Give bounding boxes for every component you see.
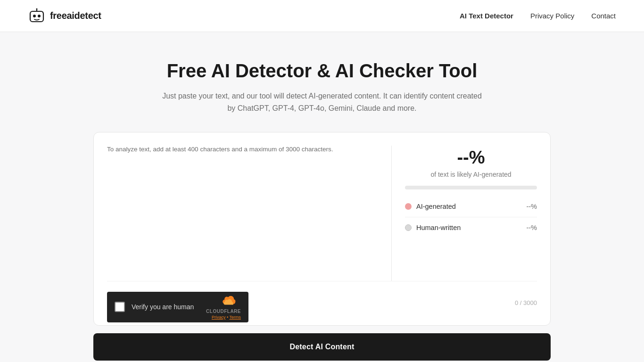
cf-checkbox[interactable]: [115, 302, 125, 312]
hero-subtitle: Just paste your text, and our tool will …: [162, 90, 482, 115]
ai-dot: [405, 203, 412, 210]
detect-button[interactable]: Detect AI Content: [93, 333, 551, 361]
logo-area[interactable]: freeaidetect: [28, 8, 101, 25]
tool-card: To analyze text, add at least 400 charac…: [93, 132, 551, 326]
main-nav: AI Text Detector Privacy Policy Contact: [460, 12, 616, 20]
svg-point-1: [33, 15, 36, 17]
nav-privacy-policy[interactable]: Privacy Policy: [530, 12, 574, 20]
ai-generated-label: AI-generated: [416, 203, 456, 210]
human-written-value: --%: [526, 224, 537, 231]
text-input[interactable]: [107, 158, 378, 281]
svg-point-4: [36, 8, 38, 9]
char-count: 0 / 3000: [515, 295, 537, 316]
percentage-label: of text is likely AI-generated: [405, 171, 537, 178]
human-dot: [405, 224, 412, 231]
human-written-label: Human-written: [416, 224, 461, 231]
vertical-divider: [391, 146, 392, 281]
cf-terms-link[interactable]: Terms: [230, 315, 241, 320]
text-input-section: To analyze text, add at least 400 charac…: [107, 146, 378, 281]
nav-ai-text-detector[interactable]: AI Text Detector: [460, 12, 513, 20]
cf-branding: CLOUDFLARE Privacy • Terms: [206, 295, 241, 320]
cloudflare-logo-text: CLOUDFLARE: [206, 309, 241, 314]
textarea-hint: To analyze text, add at least 400 charac…: [107, 146, 378, 153]
progress-bar-track: [405, 186, 537, 189]
hero-title: Free AI Detector & AI Checker Tool: [167, 60, 478, 82]
cf-links: Privacy • Terms: [212, 315, 241, 320]
card-bottom-row: Verify you are human CLOUDFLARE Privacy …: [107, 281, 537, 325]
cloudflare-widget[interactable]: Verify you are human CLOUDFLARE Privacy …: [107, 292, 248, 322]
cf-verify-text: Verify you are human: [132, 303, 199, 311]
svg-point-2: [38, 15, 41, 17]
results-section: --% of text is likely AI-generated AI-ge…: [405, 146, 537, 281]
cf-privacy-link[interactable]: Privacy: [212, 315, 226, 320]
logo-text: freeaidetect: [50, 10, 101, 21]
ai-percentage: --%: [405, 148, 537, 168]
logo-icon: [28, 8, 45, 25]
nav-contact[interactable]: Contact: [591, 12, 616, 20]
cloudflare-cloud-icon: [219, 295, 241, 308]
ai-generated-value: --%: [526, 203, 537, 210]
cf-separator: •: [227, 315, 228, 320]
legend-human-row: Human-written --%: [405, 224, 537, 231]
legend-ai-row: AI-generated --%: [405, 203, 537, 210]
legend-divider: [405, 217, 537, 217]
